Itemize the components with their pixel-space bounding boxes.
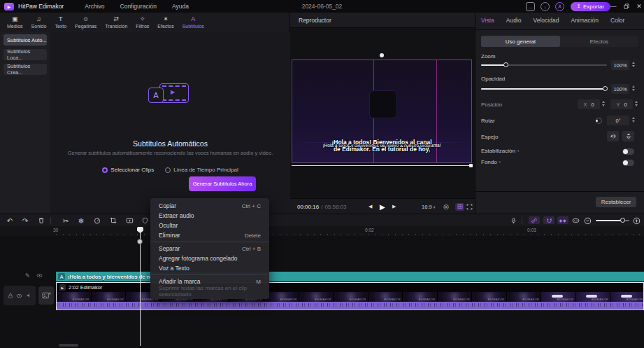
export-button[interactable]: ↥ Exportar xyxy=(571,2,610,11)
timeline-ruler[interactable]: 30 0:02 0:03 xyxy=(0,226,644,236)
tab-audio[interactable]: Audio xyxy=(506,17,522,24)
generate-subtitles-button[interactable]: Generar Subtítulos Ahora xyxy=(189,176,256,191)
speed-button[interactable] xyxy=(92,215,103,226)
segment-uso-general[interactable]: Uso general xyxy=(481,36,560,47)
add-media-button[interactable] xyxy=(38,286,54,305)
previous-frame-button[interactable]: ◀ xyxy=(368,204,372,209)
segment-efectos[interactable]: Efectos xyxy=(560,36,639,47)
eye-icon[interactable] xyxy=(36,273,43,278)
tab-sonido[interactable]: ♫Sonido xyxy=(27,15,51,29)
record-voice-mic-icon[interactable] xyxy=(508,215,519,226)
fullscreen-icon[interactable] xyxy=(466,204,473,210)
menu-item-copiar[interactable]: CopiarCtrl + C xyxy=(150,201,269,211)
delete-button[interactable] xyxy=(36,215,47,226)
ripple-edit-button[interactable] xyxy=(570,215,581,226)
export-frame-button[interactable] xyxy=(124,215,135,226)
redo-button[interactable]: ↷ xyxy=(20,215,31,226)
tab-filtros[interactable]: ✧Filtros xyxy=(131,15,153,29)
rotate-value[interactable]: 0° xyxy=(607,116,629,125)
horizontal-scrollbar-thumb[interactable] xyxy=(59,344,78,347)
radio-linea-de-tiempo[interactable]: Línea de Tiempo Principal xyxy=(165,167,238,173)
menu-item-agregar-fotograma[interactable]: Agregar fotograma congelado xyxy=(150,253,269,263)
zoom-value[interactable]: 100% xyxy=(611,60,629,70)
subtitle-overlay-line1[interactable]: ¡Hola a todos! Bienvenidos al canal xyxy=(292,139,471,146)
video-preview[interactable]: ¡Hola a todos y bienvenidos de nuevo a n… xyxy=(292,60,472,163)
rotate-dial-icon[interactable] xyxy=(596,118,602,124)
position-x-field[interactable]: X0 xyxy=(578,99,600,109)
timeline-zoom-thumb[interactable] xyxy=(620,218,625,223)
background-toggle[interactable] xyxy=(622,160,634,166)
rotate-stepper[interactable] xyxy=(632,117,635,123)
menu-item-voz-a-texto[interactable]: Voz a Texto xyxy=(150,263,269,273)
menu-item-extraer-audio[interactable]: Extraer audio xyxy=(150,211,269,221)
mute-speaker-icon[interactable] xyxy=(26,293,31,298)
update-icon[interactable]: ↓ xyxy=(541,2,550,11)
menu-ayuda[interactable]: Ayuda xyxy=(172,3,189,10)
playhead-line[interactable] xyxy=(140,227,141,346)
undo-button[interactable]: ↶ xyxy=(4,215,15,226)
account-icon[interactable] xyxy=(555,2,564,11)
position-y-stepper[interactable] xyxy=(635,101,638,106)
reset-button[interactable]: Restablecer xyxy=(596,197,636,207)
minimize-button[interactable]: — xyxy=(608,2,619,11)
split-scissors-button[interactable]: ✂ xyxy=(60,215,71,226)
opacity-slider[interactable] xyxy=(481,88,607,90)
menu-item-separar[interactable]: SepararCtrl + B xyxy=(150,244,269,253)
rotate-handle-icon[interactable] xyxy=(380,53,384,57)
tab-pegatinas[interactable]: ☺Pegatinas xyxy=(71,15,101,29)
selection-handle[interactable] xyxy=(469,164,473,167)
tab-texto[interactable]: TTexto xyxy=(50,15,71,29)
menu-archivo[interactable]: Archivo xyxy=(85,3,104,10)
opacity-value[interactable]: 100% xyxy=(611,84,629,94)
crop-button[interactable] xyxy=(108,215,119,226)
tab-velocidad[interactable]: Velocidad xyxy=(534,17,559,24)
opacity-stepper[interactable] xyxy=(632,85,635,91)
tab-medios[interactable]: ▣Medios xyxy=(3,15,27,29)
freeze-frame-button[interactable]: ❄ xyxy=(76,215,87,226)
timeline-zoom-out-button[interactable] xyxy=(582,215,593,226)
flip-vertical-button[interactable] xyxy=(622,131,634,141)
play-button[interactable]: ▶ xyxy=(380,203,385,211)
next-frame-button[interactable]: ▶ xyxy=(392,204,396,209)
zoom-slider[interactable] xyxy=(481,64,607,66)
grid-view-button[interactable] xyxy=(455,203,464,211)
timeline-zoom-slider[interactable] xyxy=(596,220,629,221)
radio-seleccionar-clips[interactable]: Seleccionar Clips xyxy=(102,167,154,173)
lock-icon[interactable] xyxy=(8,293,13,299)
timeline-zoom-in-button[interactable] xyxy=(631,215,642,226)
feedback-icon[interactable]: … xyxy=(526,2,535,11)
sidebar-item-subtitulos-locales[interactable]: Subtítulos Loca... xyxy=(3,49,47,60)
link-clips-button[interactable] xyxy=(529,216,540,224)
stabilization-toggle[interactable] xyxy=(622,148,634,155)
edit-pencil-icon[interactable]: ✎ xyxy=(25,272,30,279)
tab-efectos[interactable]: ✶Efectos xyxy=(153,15,178,29)
close-button[interactable]: ✕ xyxy=(634,2,644,11)
sidebar-item-subtitulos-automaticos[interactable]: Subtítulos Auto... xyxy=(3,34,47,46)
tab-animacion[interactable]: Animación xyxy=(571,17,599,24)
tab-subtitulos[interactable]: ASubtítulos xyxy=(178,15,208,29)
menu-item-ocultar[interactable]: Ocultar xyxy=(150,221,269,230)
flip-horizontal-button[interactable] xyxy=(607,131,619,141)
position-y-field[interactable]: Y0 xyxy=(610,99,633,109)
sidebar-item-subtitulos-creados[interactable]: Subtítulos Crea... xyxy=(3,64,47,75)
menu-item-eliminar[interactable]: EliminarDelete xyxy=(150,230,269,240)
aspect-ratio-select[interactable]: 16:9 ▾ xyxy=(422,204,436,210)
magnet-button[interactable] xyxy=(543,216,554,224)
position-x-stepper[interactable] xyxy=(602,101,605,106)
restore-button[interactable] xyxy=(621,2,632,11)
playhead-node[interactable] xyxy=(137,239,143,244)
marker-shield-button[interactable] xyxy=(139,215,150,226)
menu-configuracion[interactable]: Configuración xyxy=(120,3,157,10)
video-clip[interactable]: ▶ 2:02 Edimakor EDIMAKOREDIMAKOREDIMAKOR… xyxy=(56,282,644,310)
tab-vista[interactable]: Vista xyxy=(481,17,494,24)
subtitle-clip[interactable]: A ¡Hola a todos y bienvenidos de nuevo a… xyxy=(56,272,644,281)
snapshot-icon[interactable]: ◎ xyxy=(443,203,449,210)
zoom-slider-thumb[interactable] xyxy=(503,62,508,67)
keyframe-button[interactable]: ◆◆ xyxy=(557,216,568,224)
eye-icon[interactable] xyxy=(16,293,22,298)
subtitle-overlay-line2[interactable]: de Edimakor. En el tutorial de hoy, xyxy=(292,146,471,153)
opacity-slider-thumb[interactable] xyxy=(603,86,608,91)
zoom-stepper[interactable] xyxy=(632,62,635,67)
tab-transicion[interactable]: ⇄Transición xyxy=(101,15,131,29)
tab-color[interactable]: Color xyxy=(610,17,624,24)
